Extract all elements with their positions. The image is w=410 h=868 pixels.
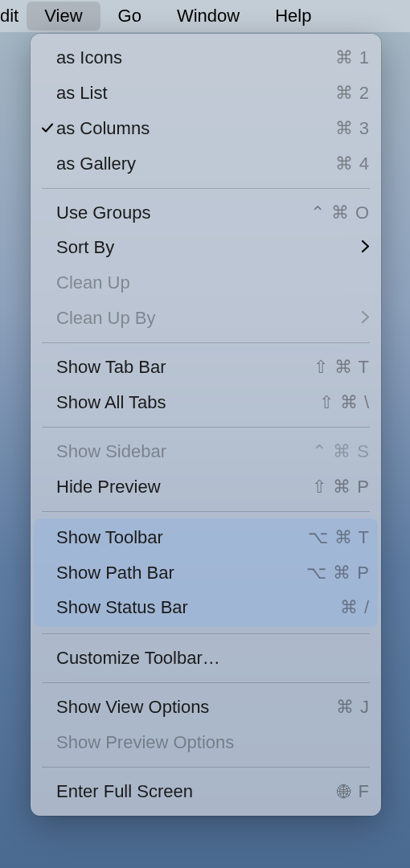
menu-item-label: Customize Toolbar…: [56, 645, 370, 671]
menu-item-label: Show Tab Bar: [56, 354, 304, 380]
chevron-right-icon: [351, 305, 370, 331]
menu-as-list[interactable]: as List ⌘ 2: [31, 76, 381, 111]
menu-clean-up: Clean Up: [31, 265, 381, 301]
menubar: dit View Go Window Help: [0, 0, 410, 32]
menu-item-shortcut: ⌘ 1: [326, 45, 370, 71]
menu-separator: [42, 427, 370, 428]
menu-item-label: as Columns: [56, 116, 326, 141]
menu-item-shortcut: 🌐︎ F: [327, 779, 370, 805]
menu-show-view-options[interactable]: Show View Options ⌘ J: [31, 690, 381, 725]
menu-item-label: Enter Full Screen: [56, 779, 327, 805]
menu-item-shortcut: ⌥ ⌘ T: [298, 525, 370, 551]
menu-item-shortcut: ⌃ ⌘ S: [302, 439, 370, 465]
menubar-help[interactable]: Help: [257, 2, 329, 31]
menu-separator: [42, 633, 370, 634]
view-menu-dropdown: as Icons ⌘ 1 as List ⌘ 2 as Columns ⌘ 3 …: [31, 34, 381, 816]
menu-item-label: Show Status Bar: [56, 595, 330, 620]
menu-item-label: as Icons: [56, 45, 326, 71]
menu-show-status-bar[interactable]: Show Status Bar ⌘ /: [34, 590, 378, 625]
menu-item-label: Use Groups: [56, 200, 301, 226]
menubar-window[interactable]: Window: [159, 2, 257, 31]
menu-item-label: Sort By: [56, 235, 351, 260]
menu-item-label: as Gallery: [56, 151, 326, 177]
menu-sort-by[interactable]: Sort By: [31, 230, 381, 265]
menu-item-label: Show Preview Options: [56, 730, 370, 755]
menu-item-label: Show View Options: [56, 694, 326, 720]
menu-item-shortcut: ⌥ ⌘ P: [297, 560, 370, 586]
menu-item-shortcut: ⌘ 2: [326, 80, 370, 106]
menu-item-label: Hide Preview: [56, 474, 302, 500]
menu-item-shortcut: ⌘ 3: [326, 116, 370, 141]
menu-item-shortcut: ⌘ 4: [326, 151, 370, 177]
menu-as-icons[interactable]: as Icons ⌘ 1: [31, 40, 381, 76]
menu-item-label: Show Toolbar: [56, 525, 298, 551]
menu-as-gallery[interactable]: as Gallery ⌘ 4: [31, 146, 381, 182]
menu-item-label: Clean Up: [56, 270, 370, 296]
menu-separator: [42, 511, 370, 512]
menu-show-tab-bar[interactable]: Show Tab Bar ⇧ ⌘ T: [31, 350, 381, 385]
menu-show-preview-options: Show Preview Options: [31, 725, 381, 760]
menu-separator: [42, 342, 370, 343]
menu-item-shortcut: ⇧ ⌘ T: [304, 354, 370, 380]
menu-show-sidebar: Show Sidebar ⌃ ⌘ S: [31, 434, 381, 469]
menu-clean-up-by: Clean Up By: [31, 301, 381, 336]
menu-enter-full-screen[interactable]: Enter Full Screen 🌐︎ F: [31, 774, 381, 809]
menu-show-toolbar[interactable]: Show Toolbar ⌥ ⌘ T: [34, 520, 378, 555]
menu-item-shortcut: ⌘ J: [326, 694, 370, 720]
menu-item-shortcut: ⇧ ⌘ P: [302, 474, 370, 500]
menu-show-path-bar[interactable]: Show Path Bar ⌥ ⌘ P: [34, 555, 378, 591]
menu-item-label: Show Path Bar: [56, 560, 297, 586]
chevron-right-icon: [351, 235, 370, 260]
globe-icon: 🌐︎: [337, 784, 352, 800]
menubar-go[interactable]: Go: [100, 2, 159, 31]
menu-show-all-tabs[interactable]: Show All Tabs ⇧ ⌘ \: [31, 385, 381, 420]
menu-item-shortcut: ⌘ /: [330, 595, 370, 620]
menubar-edit[interactable]: dit: [0, 2, 27, 31]
menu-highlighted-group: Show Toolbar ⌥ ⌘ T Show Path Bar ⌥ ⌘ P S…: [34, 518, 378, 628]
menu-separator: [42, 767, 370, 768]
menu-as-columns[interactable]: as Columns ⌘ 3: [31, 111, 381, 146]
menu-item-label: Show All Tabs: [56, 390, 310, 416]
menu-item-label: Clean Up By: [56, 305, 351, 331]
checkmark-icon: [39, 116, 56, 141]
menu-hide-preview[interactable]: Hide Preview ⇧ ⌘ P: [31, 469, 381, 505]
menu-item-shortcut: ⇧ ⌘ \: [310, 390, 370, 416]
menu-separator: [42, 682, 370, 683]
menu-item-shortcut: ⌃ ⌘ O: [301, 200, 370, 226]
menu-separator: [42, 188, 370, 189]
menu-item-label: as List: [56, 80, 326, 106]
menu-item-label: Show Sidebar: [56, 439, 302, 465]
menubar-view[interactable]: View: [27, 2, 100, 31]
menu-customize-toolbar[interactable]: Customize Toolbar…: [31, 641, 381, 676]
menu-use-groups[interactable]: Use Groups ⌃ ⌘ O: [31, 195, 381, 231]
